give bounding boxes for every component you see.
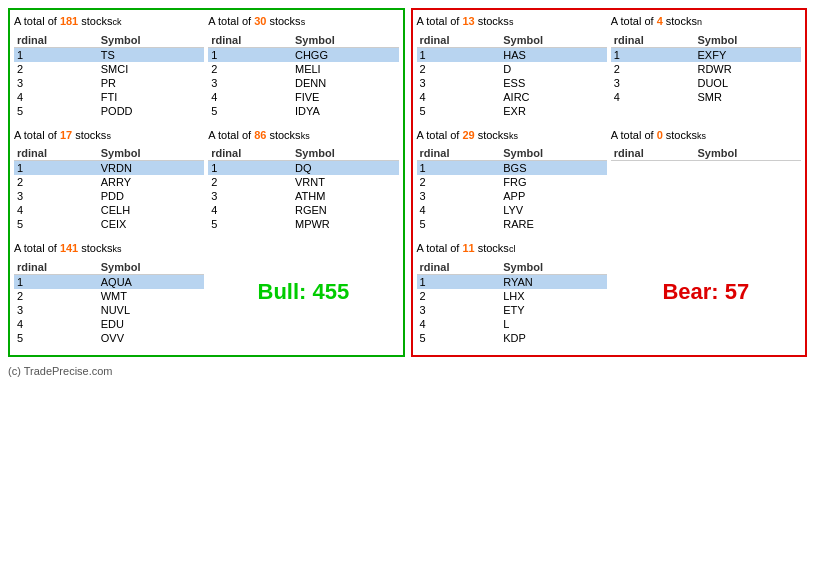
bear5-header: A total of 11 stockscl — [417, 241, 607, 256]
col-symbol: Symbol — [500, 260, 607, 275]
cell-symbol: SMR — [694, 90, 801, 104]
table-row: 3ESS — [417, 76, 607, 90]
bull-section-5: A total of 141 stocksks rdinal Symbol 1A… — [14, 241, 204, 351]
col-ordinal: rdinal — [611, 33, 695, 48]
bull1-count: 181 — [60, 15, 78, 27]
cell-ordinal: 4 — [14, 90, 98, 104]
bear3-table: rdinal Symbol 1BGS2FRG3APP4LYV5RARE — [417, 146, 607, 231]
cell-symbol: DENN — [292, 76, 399, 90]
cell-symbol: RGEN — [292, 203, 399, 217]
cell-symbol: AQUA — [98, 275, 205, 290]
col-symbol: Symbol — [98, 146, 205, 161]
table-row: 4CELH — [14, 203, 204, 217]
cell-ordinal: 3 — [417, 189, 501, 203]
table-row: 1RYAN — [417, 275, 607, 290]
bull2-count: 30 — [254, 15, 266, 27]
bear2-count: 4 — [657, 15, 663, 27]
cell-symbol: RYAN — [500, 275, 607, 290]
table-row: 5IDYA — [208, 104, 398, 118]
cell-ordinal: 4 — [417, 317, 501, 331]
cell-symbol: EXFY — [694, 47, 801, 62]
bear5-table: rdinal Symbol 1RYAN2LHX3ETY4L5KDP — [417, 260, 607, 345]
cell-ordinal: 3 — [417, 303, 501, 317]
cell-ordinal: 5 — [417, 104, 501, 118]
cell-ordinal: 4 — [14, 203, 98, 217]
bull3-table: rdinal Symbol 1VRDN2ARRY3PDD4CELH5CEIX — [14, 146, 204, 231]
footer: (c) TradePrecise.com — [8, 365, 807, 377]
col-symbol: Symbol — [694, 33, 801, 48]
table-row: 2LHX — [417, 289, 607, 303]
cell-ordinal: 1 — [417, 275, 501, 290]
table-row: 2WMT — [14, 289, 204, 303]
bull3-count: 17 — [60, 129, 72, 141]
bear2-table: rdinal Symbol 1EXFY2RDWR3DUOL4SMR — [611, 33, 801, 104]
bull1-table: rdinal Symbol 1TS2SMCI3PR4FTI5PODD — [14, 33, 204, 118]
table-row: 2FRG — [417, 175, 607, 189]
bear3-count: 29 — [462, 129, 474, 141]
cell-ordinal: 4 — [417, 90, 501, 104]
bull5-count: 141 — [60, 242, 78, 254]
col-ordinal: rdinal — [14, 146, 98, 161]
cell-ordinal: 2 — [208, 175, 292, 189]
bull-section-2: A total of 30 stockss rdinal Symbol 1CHG… — [208, 14, 398, 124]
table-row: 4L — [417, 317, 607, 331]
cell-symbol: ETY — [500, 303, 607, 317]
table-row: 3NUVL — [14, 303, 204, 317]
cell-symbol: FIVE — [292, 90, 399, 104]
table-row: 4EDU — [14, 317, 204, 331]
cell-ordinal: 2 — [417, 289, 501, 303]
table-row: 5PODD — [14, 104, 204, 118]
table-row: 4FIVE — [208, 90, 398, 104]
table-row: 1TS — [14, 47, 204, 62]
col-ordinal: rdinal — [208, 33, 292, 48]
bear5-count: 11 — [462, 242, 474, 254]
table-row: 2VRNT — [208, 175, 398, 189]
table-row: 3PR — [14, 76, 204, 90]
table-row: 3ETY — [417, 303, 607, 317]
table-row: 4AIRC — [417, 90, 607, 104]
cell-symbol: NUVL — [98, 303, 205, 317]
col-symbol: Symbol — [98, 260, 205, 275]
bull-section-1: A total of 181 stocksck rdinal Symbol 1T… — [14, 14, 204, 124]
cell-ordinal: 4 — [417, 203, 501, 217]
table-row: 5OVV — [14, 331, 204, 345]
bear-section-3: A total of 29 stocksks rdinal Symbol 1BG… — [417, 128, 607, 238]
table-row: 2MELI — [208, 62, 398, 76]
cell-symbol: TS — [98, 47, 205, 62]
table-row: 1EXFY — [611, 47, 801, 62]
cell-symbol: OVV — [98, 331, 205, 345]
cell-ordinal: 3 — [14, 76, 98, 90]
table-row: 1AQUA — [14, 275, 204, 290]
cell-symbol: APP — [500, 189, 607, 203]
cell-ordinal: 5 — [417, 217, 501, 231]
table-row: 1BGS — [417, 161, 607, 176]
bull5-table: rdinal Symbol 1AQUA2WMT3NUVL4EDU5OVV — [14, 260, 204, 345]
cell-ordinal: 3 — [611, 76, 695, 90]
cell-symbol: SMCI — [98, 62, 205, 76]
bull4-header: A total of 86 stocksks — [208, 128, 398, 143]
col-ordinal: rdinal — [14, 33, 98, 48]
table-row: 2ARRY — [14, 175, 204, 189]
col-ordinal: rdinal — [611, 146, 695, 161]
cell-symbol: FRG — [500, 175, 607, 189]
bull2-table: rdinal Symbol 1CHGG2MELI3DENN4FIVE5IDYA — [208, 33, 398, 118]
bear-section-1: A total of 13 stockss rdinal Symbol 1HAS… — [417, 14, 607, 124]
cell-symbol: HAS — [500, 47, 607, 62]
bull4-table: rdinal Symbol 1DQ2VRNT3ATHM4RGEN5MPWR — [208, 146, 398, 231]
table-row: 1CHGG — [208, 47, 398, 62]
cell-symbol: DQ — [292, 161, 399, 176]
table-row: 3PDD — [14, 189, 204, 203]
col-symbol: Symbol — [98, 33, 205, 48]
cell-symbol: BGS — [500, 161, 607, 176]
cell-ordinal: 5 — [208, 104, 292, 118]
bear4-table: rdinal Symbol — [611, 146, 801, 161]
bear2-header: A total of 4 stocksn — [611, 14, 801, 29]
bear1-header: A total of 13 stockss — [417, 14, 607, 29]
cell-symbol: MPWR — [292, 217, 399, 231]
bear-panel: A total of 13 stockss rdinal Symbol 1HAS… — [411, 8, 808, 357]
table-row: 2SMCI — [14, 62, 204, 76]
cell-ordinal: 5 — [14, 331, 98, 345]
cell-symbol: CHGG — [292, 47, 399, 62]
cell-ordinal: 4 — [14, 317, 98, 331]
cell-symbol: D — [500, 62, 607, 76]
